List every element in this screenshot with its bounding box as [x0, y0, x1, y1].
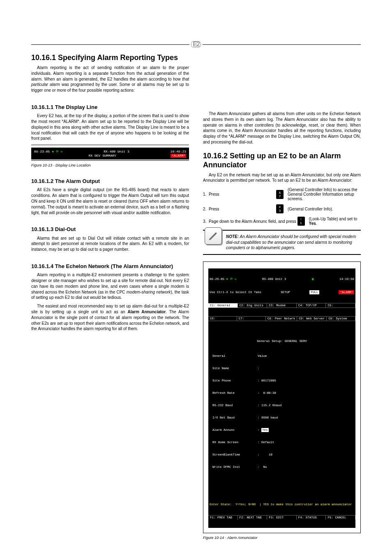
header-rule: E2 — [31, 41, 361, 48]
para-intro: Alarm reporting is the act of sending no… — [31, 65, 189, 93]
step-2-post: (General Controller Info). — [288, 207, 361, 211]
tab-c7: C7: — [237, 317, 266, 321]
tb-fkeys: F1: PREV TAB F2: NEXT TAB F3: EDIT F4: S… — [208, 515, 355, 520]
ech2-b: Alarm Annunciator — [127, 310, 166, 314]
step-3-post: (Look-Up Table) and set to Yes. — [309, 217, 361, 226]
keycap-1: ! 1 — [297, 217, 305, 226]
heading-display-line: 10.16.1.1 The Display Line — [31, 104, 189, 111]
f9k: Write DFMC Init — [212, 465, 258, 469]
f6hl: Yes — [261, 428, 269, 432]
fk3: F3: EDIT — [267, 516, 297, 520]
figcap-2: Figure 10-14 - Alarm Annunciator — [203, 536, 361, 540]
f0k: General — [212, 354, 258, 358]
f1v: : — [258, 366, 260, 370]
tab-c2: C2: Eng Units — [238, 303, 267, 308]
f6k: Alarm Annunc — [212, 428, 258, 432]
heading-alarm-output: 10.16.1.2 The Alarm Output — [31, 178, 189, 185]
rule-left — [31, 44, 189, 45]
f1k: Site Name — [212, 366, 258, 370]
step-list: 1. Press & 7 (General Controller Info) t… — [203, 187, 361, 226]
ech-b: modem-sharing network — [127, 290, 171, 294]
para-alarm-output: All E2s have a single digital output (on… — [31, 187, 189, 215]
figure-general-setup: 08-26-05 ● ⟳ ✉ RX-400 Unit 3 ▦ 14:16:50 … — [203, 261, 361, 533]
heading-10-16-1: 10.16.1 Specifying Alarm Reporting Types — [31, 53, 189, 62]
pencil-icon — [205, 227, 222, 245]
f8v: : 10 — [258, 453, 272, 457]
k1-bot: 1 — [300, 221, 302, 225]
note-body: An Alarm Annunciator should be configure… — [226, 234, 356, 250]
tab-c9: C9: Web Server — [297, 317, 327, 321]
e2-logo: E2 — [191, 41, 201, 48]
left-column: 10.16.1 Specifying Alarm Reporting Types… — [31, 53, 189, 540]
k3-bot: 3 — [279, 209, 281, 213]
f0v: Value — [258, 354, 267, 358]
fk2: F2: NEXT TAB — [238, 516, 267, 520]
f2v: : 06172005 — [258, 379, 276, 383]
ts-sub: RX DEV SUMMARY — [34, 154, 171, 158]
f4v: : 115.2 Kbaud — [258, 403, 282, 407]
f2k: Site Phone — [212, 379, 258, 383]
heading-10-16-2: 10.16.2 Setting up an E2 to be an Alarm … — [203, 152, 361, 170]
tb-hint: Enter State: Y=Yes; N=NO | YES to make t… — [208, 502, 355, 507]
keycap-3: # 3 — [276, 204, 284, 213]
fk1: F1: PREV TAB — [208, 516, 238, 520]
tab-c6: C6: — [208, 317, 237, 321]
figcap-1: Figure 10-13 - Display Line Location — [31, 163, 189, 167]
dl-b: *ALARM* — [62, 119, 79, 124]
rule-right — [203, 44, 361, 45]
tb-icons: ● ⟳ ✉ — [226, 278, 237, 281]
tb-disk-icon: ▦ — [312, 277, 314, 281]
para-setup-intro: Any E2 on the network may be set up as a… — [203, 172, 361, 184]
para-echelon-1: Alarm reporting in a multiple-E2 environ… — [31, 272, 189, 301]
f7k: RX Home Screen — [212, 440, 258, 444]
step-3-pre: 3. Page down to the Alarm Annunc field, … — [203, 219, 297, 224]
step-1: 1. Press & 7 (General Controller Info) t… — [203, 187, 361, 201]
ts-unit: RX-400 Unit 3 — [62, 150, 170, 154]
f5v: : 9600 baud — [258, 416, 278, 420]
k7-top: & — [279, 191, 281, 194]
tb-date: 08-26-05 — [210, 278, 226, 281]
step-1-post: (General Controller Info) to access the … — [288, 187, 361, 201]
tb-tabs-2: C6: C7: C8: Peer Netwrk C9: Web Server C… — [208, 316, 355, 321]
f3v: : 0:00:30 — [258, 391, 276, 395]
intro-a: Alarm reporting is the act of sending no… — [31, 65, 189, 81]
para-echelon-2: The easiest and most recommended way to … — [31, 303, 189, 332]
tb-full: FULL — [309, 290, 319, 294]
para-display-line: Every E2 has, at the top of the display,… — [31, 113, 189, 141]
f9v: : No — [258, 465, 267, 469]
step-2-pre: 2. Press — [203, 207, 276, 211]
heading-echelon: 10.16.1.4 The Echelon Network (The Alarm… — [31, 263, 189, 270]
tb-time: 14:16:50 — [339, 277, 354, 281]
f8k: ScreenBlankTime — [212, 453, 258, 457]
fk5: F5: CANCEL — [326, 516, 355, 520]
step-3: 3. Page down to the Alarm Annunc field, … — [203, 217, 361, 226]
k1-top: ! — [301, 217, 302, 221]
ts-time: 10:49:23 — [171, 150, 186, 154]
tab-c4: C4: TCP/IP — [297, 303, 326, 308]
note-label: NOTE: — [226, 234, 239, 239]
ts-icons: ● ⟳ ✉ — [52, 150, 62, 153]
para-dial-out: Alarms that are set up to Dial Out will … — [31, 236, 189, 252]
heading-dial-out: 10.16.1.3 Dial-Out — [31, 226, 189, 233]
f4k: RS-232 Baud — [212, 403, 258, 407]
tb-unit: RX-400 Unit 3 — [262, 277, 286, 281]
tab-c0: C0: System — [327, 317, 355, 321]
figure-display-line: 08-23-05 ● ⟳ ✉ RX-400 Unit 3 10:49:23 RX… — [31, 148, 189, 160]
tb-alarm: *ALARM* — [339, 290, 354, 294]
tb-tabs-1: C1: General C2: Eng Units C3: Modem C4: … — [208, 303, 355, 308]
keycap-7: & 7 — [276, 190, 284, 199]
tab-c1: C1: General — [208, 303, 238, 308]
tb-l2-mid: SETUP — [281, 290, 290, 294]
tb-l2-left: Use Ctrl-X to Select CX Tabs — [210, 290, 261, 294]
k3-top: # — [279, 205, 281, 209]
tab-c8: C8: Peer Netwrk — [266, 317, 297, 321]
f6v: : — [258, 428, 261, 432]
tb-midtitle: General Setup: GENERAL SERV — [212, 339, 351, 343]
note-text: NOTE: An Alarm Annunciator should be con… — [226, 234, 357, 251]
para-annunc-desc: The Alarm Annunciator gathers all alarms… — [203, 111, 361, 145]
note-box: NOTE: An Alarm Annunciator should be con… — [203, 230, 361, 255]
f7v: : Default — [258, 440, 274, 444]
step-2: 2. Press # 3 (General Controller Info). — [203, 204, 361, 213]
ts-alarm: *ALARM* — [171, 154, 186, 158]
f5k: I/O Net Baud — [212, 416, 258, 420]
